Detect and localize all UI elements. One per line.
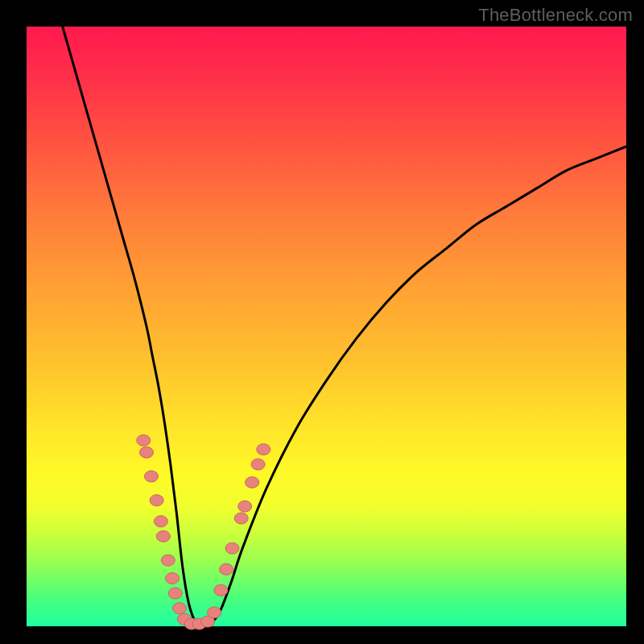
marker-point: [214, 584, 228, 596]
marker-point: [161, 555, 175, 566]
marker-point: [156, 530, 170, 542]
bottleneck-curve: [63, 27, 626, 627]
chart-frame: TheBottleneck.com: [0, 0, 644, 644]
marker-point: [140, 447, 154, 458]
marker-point: [168, 588, 182, 599]
marker-point: [234, 513, 248, 524]
marker-point: [208, 607, 221, 618]
marker-point: [225, 543, 239, 554]
marker-point: [172, 603, 186, 614]
marker-point: [246, 477, 259, 488]
chart-overlay: [27, 27, 626, 626]
marker-point: [144, 471, 158, 482]
marker-point: [150, 495, 163, 506]
marker-point: [154, 516, 167, 527]
highlight-markers: [137, 435, 270, 630]
marker-point: [137, 435, 151, 446]
marker-point: [257, 444, 270, 455]
marker-point: [220, 564, 233, 575]
marker-point: [251, 459, 265, 470]
marker-point: [238, 501, 252, 512]
marker-point: [166, 572, 180, 584]
watermark-text: TheBottleneck.com: [478, 5, 633, 26]
